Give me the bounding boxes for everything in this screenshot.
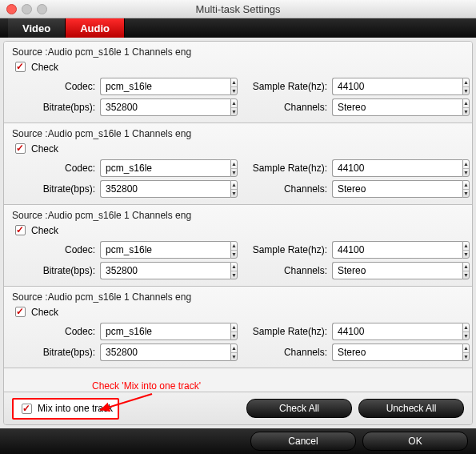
codec-label: Codec: — [12, 81, 100, 92]
check-label: Check — [31, 307, 58, 318]
codec-combo[interactable]: ▲▼ — [100, 323, 220, 340]
codec-combo[interactable]: ▲▼ — [100, 78, 220, 95]
window-title: Multi-task Settings — [0, 3, 476, 15]
samplerate-label: Sample Rate(hz): — [244, 326, 332, 337]
bitrate-input[interactable] — [100, 180, 230, 198]
channels-combo[interactable]: ▲▼ — [332, 344, 452, 361]
stepper-icon[interactable]: ▲▼ — [230, 262, 238, 279]
tab-bar: Video Audio — [0, 18, 476, 38]
samplerate-input[interactable] — [332, 323, 462, 340]
check-label: Check — [31, 143, 58, 155]
bitrate-combo[interactable]: ▲▼ — [100, 262, 220, 279]
window-footer: Cancel OK — [0, 428, 476, 454]
track-check[interactable] — [15, 225, 26, 235]
track-check[interactable] — [15, 62, 26, 72]
bitrate-input[interactable] — [100, 262, 230, 279]
settings-panel: Source :Audio pcm_s16le 1 Channels engCh… — [3, 41, 473, 425]
check-label: Check — [31, 225, 58, 236]
source-label: Source :Audio pcm_s16le 1 Channels eng — [12, 291, 464, 303]
codec-label: Codec: — [12, 163, 100, 174]
channels-input[interactable] — [332, 98, 462, 116]
channels-label: Channels: — [244, 183, 332, 195]
track-block: Source :Audio pcm_s16le 1 Channels engCh… — [4, 287, 472, 368]
channels-combo[interactable]: ▲▼ — [332, 180, 452, 198]
bitrate-input[interactable] — [100, 344, 230, 361]
channels-label: Channels: — [244, 102, 332, 113]
uncheck-all-button[interactable]: Uncheck All — [358, 399, 464, 418]
samplerate-combo[interactable]: ▲▼ — [332, 78, 452, 95]
stepper-icon[interactable]: ▲▼ — [230, 180, 238, 198]
stepper-icon[interactable]: ▲▼ — [462, 180, 470, 198]
stepper-icon[interactable]: ▲▼ — [230, 344, 238, 361]
bitrate-combo[interactable]: ▲▼ — [100, 344, 220, 361]
bitrate-label: Bitrate(bps): — [12, 183, 100, 195]
samplerate-label: Sample Rate(hz): — [244, 81, 332, 92]
check-label: Check — [31, 62, 58, 73]
channels-input[interactable] — [332, 262, 462, 279]
tab-audio[interactable]: Audio — [66, 18, 125, 38]
channels-combo[interactable]: ▲▼ — [332, 262, 452, 279]
stepper-icon[interactable]: ▲▼ — [462, 323, 470, 340]
samplerate-combo[interactable]: ▲▼ — [332, 159, 452, 177]
channels-input[interactable] — [332, 344, 462, 361]
samplerate-input[interactable] — [332, 159, 462, 177]
panel-footer: Mix into one track Check All Uncheck All — [4, 392, 472, 424]
track-block: Source :Audio pcm_s16le 1 Channels engCh… — [4, 123, 472, 205]
ok-button[interactable]: OK — [362, 432, 468, 451]
mix-label: Mix into one track — [38, 403, 113, 414]
channels-input[interactable] — [332, 180, 462, 198]
codec-input[interactable] — [100, 241, 230, 259]
source-label: Source :Audio pcm_s16le 1 Channels eng — [12, 46, 464, 58]
stepper-icon[interactable]: ▲▼ — [462, 159, 470, 177]
codec-combo[interactable]: ▲▼ — [100, 159, 220, 177]
codec-label: Codec: — [12, 244, 100, 255]
samplerate-combo[interactable]: ▲▼ — [332, 241, 452, 259]
codec-input[interactable] — [100, 323, 230, 340]
codec-combo[interactable]: ▲▼ — [100, 241, 220, 259]
samplerate-label: Sample Rate(hz): — [244, 163, 332, 174]
bitrate-input[interactable] — [100, 98, 230, 116]
stepper-icon[interactable]: ▲▼ — [462, 78, 470, 95]
stepper-icon[interactable]: ▲▼ — [230, 98, 238, 116]
mix-checkbox[interactable] — [22, 404, 32, 414]
bitrate-combo[interactable]: ▲▼ — [100, 180, 220, 198]
samplerate-input[interactable] — [332, 241, 462, 259]
bitrate-label: Bitrate(bps): — [12, 102, 100, 113]
tracks-list: Source :Audio pcm_s16le 1 Channels engCh… — [4, 42, 472, 392]
titlebar: Multi-task Settings — [0, 0, 476, 18]
tab-video[interactable]: Video — [8, 18, 66, 38]
track-check[interactable] — [15, 143, 26, 154]
stepper-icon[interactable]: ▲▼ — [462, 98, 470, 116]
samplerate-combo[interactable]: ▲▼ — [332, 323, 452, 340]
check-all-button[interactable]: Check All — [246, 399, 352, 418]
track-block: Source :Audio pcm_s16le 1 Channels engCh… — [4, 205, 472, 287]
codec-input[interactable] — [100, 159, 230, 177]
stepper-icon[interactable]: ▲▼ — [462, 241, 470, 259]
channels-label: Channels: — [244, 347, 332, 358]
codec-input[interactable] — [100, 78, 230, 95]
track-block: Source :Audio pcm_s16le 1 Channels engCh… — [4, 42, 472, 123]
stepper-icon[interactable]: ▲▼ — [230, 323, 238, 340]
bitrate-label: Bitrate(bps): — [12, 347, 100, 358]
source-label: Source :Audio pcm_s16le 1 Channels eng — [12, 210, 464, 221]
channels-combo[interactable]: ▲▼ — [332, 98, 452, 116]
stepper-icon[interactable]: ▲▼ — [230, 159, 238, 177]
stepper-icon[interactable]: ▲▼ — [230, 241, 238, 259]
cancel-button[interactable]: Cancel — [250, 432, 356, 451]
stepper-icon[interactable]: ▲▼ — [462, 344, 470, 361]
samplerate-input[interactable] — [332, 78, 462, 95]
bitrate-label: Bitrate(bps): — [12, 265, 100, 276]
track-check[interactable] — [15, 307, 26, 317]
source-label: Source :Audio pcm_s16le 1 Channels eng — [12, 128, 464, 139]
samplerate-label: Sample Rate(hz): — [244, 244, 332, 255]
stepper-icon[interactable]: ▲▼ — [230, 78, 238, 95]
channels-label: Channels: — [244, 265, 332, 276]
codec-label: Codec: — [12, 326, 100, 337]
stepper-icon[interactable]: ▲▼ — [462, 262, 470, 279]
mix-into-one-track-box[interactable]: Mix into one track — [12, 398, 119, 420]
bitrate-combo[interactable]: ▲▼ — [100, 98, 220, 116]
